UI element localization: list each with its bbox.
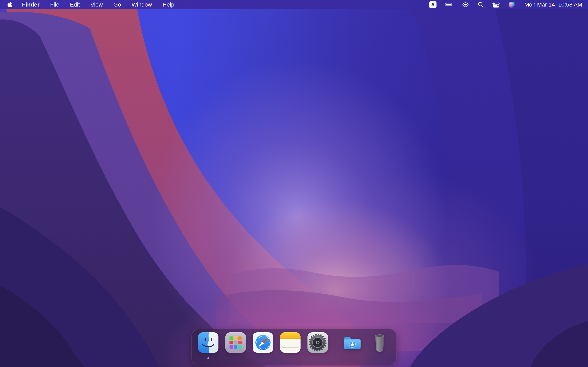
menu-bar-left: Finder File Edit View Go Window Help	[0, 0, 174, 9]
menu-bar-status-area: A	[429, 1, 588, 8]
dock-safari[interactable]	[253, 332, 273, 353]
desktop: Finder File Edit View Go Window Help A	[0, 0, 588, 367]
clock-date: Mon Mar 14	[524, 1, 555, 8]
dock-downloads-folder[interactable]	[342, 332, 363, 353]
dock-notes[interactable]	[280, 332, 301, 353]
menu-bar: Finder File Edit View Go Window Help A	[0, 0, 588, 9]
wallpaper-monterey	[0, 0, 588, 367]
menu-bar-clock[interactable]: Mon Mar 14 10:58 AM	[524, 1, 582, 8]
input-source-icon[interactable]: A	[429, 1, 437, 8]
launchpad-icon	[225, 332, 246, 353]
notes-icon	[280, 332, 301, 353]
clock-time: 10:58 AM	[558, 1, 582, 8]
safari-icon	[253, 332, 273, 353]
menu-view[interactable]: View	[90, 0, 103, 9]
dock-separator	[335, 332, 335, 353]
menu-window[interactable]: Window	[131, 0, 152, 9]
siri-icon[interactable]	[508, 1, 515, 8]
wifi-icon[interactable]	[462, 2, 469, 8]
downloads-folder-icon	[342, 332, 363, 353]
dock-finder[interactable]	[198, 332, 218, 353]
trash-icon	[370, 332, 390, 353]
apple-menu[interactable]	[7, 1, 13, 8]
dock-launchpad[interactable]	[225, 332, 246, 353]
menu-go[interactable]: Go	[113, 0, 121, 9]
dock-system-preferences[interactable]	[307, 332, 328, 353]
system-preferences-icon	[307, 332, 328, 353]
dock-trash[interactable]	[370, 332, 390, 353]
spotlight-icon[interactable]	[478, 2, 484, 8]
menu-help[interactable]: Help	[163, 0, 174, 9]
menu-finder[interactable]: Finder	[22, 0, 40, 9]
menu-edit[interactable]: Edit	[70, 0, 80, 9]
menu-file[interactable]: File	[50, 0, 60, 9]
battery-icon[interactable]	[445, 3, 453, 7]
control-center-icon[interactable]	[493, 2, 500, 8]
finder-icon	[198, 332, 218, 353]
apple-logo-icon	[7, 1, 13, 8]
dock	[191, 329, 397, 365]
